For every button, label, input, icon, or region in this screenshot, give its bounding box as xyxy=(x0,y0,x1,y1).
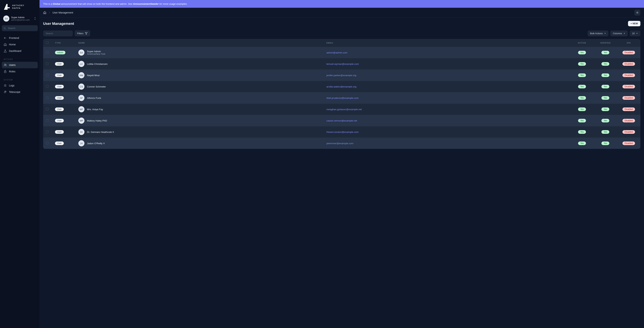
table-row[interactable]: UserNMNayeli Mrazjenifer.parker@example.… xyxy=(43,70,640,81)
sidebar-item-users[interactable]: Users xyxy=(2,62,38,68)
col-header-email[interactable]: EMAIL xyxy=(324,39,570,47)
logo-text: ANTHONY RAPPA xyxy=(12,4,24,10)
twofa-badge: Disabled xyxy=(622,85,635,88)
svg-line-16 xyxy=(636,13,637,14)
row-checkbox[interactable] xyxy=(46,119,48,122)
search-icon xyxy=(4,27,6,30)
sun-icon xyxy=(636,11,639,14)
row-name: Dr. Gennaro Heathcote II xyxy=(87,131,114,133)
home-icon[interactable] xyxy=(43,11,46,14)
active-badge: Yes xyxy=(578,85,586,88)
verified-badge: Yes xyxy=(602,85,609,88)
row-avatar: DI xyxy=(78,129,84,135)
row-name: Jadon O'Reilly V xyxy=(87,142,105,145)
svg-point-4 xyxy=(6,64,6,65)
sidebar-item-dashboard[interactable]: Dashboard xyxy=(2,48,38,54)
sidebar-item-label: Roles xyxy=(9,70,16,73)
user-email: admin@admin.com xyxy=(11,19,32,21)
row-checkbox[interactable] xyxy=(46,108,48,110)
table-row[interactable]: UserCSConner Schmelerarvilla.waters@exam… xyxy=(43,81,640,92)
logo-mark-icon xyxy=(3,3,10,11)
twofa-badge: Disabled xyxy=(622,73,635,77)
row-avatar: JV xyxy=(78,140,84,146)
sidebar-item-telescope[interactable]: Telescope xyxy=(2,89,38,95)
columns-button[interactable]: Columns▼ xyxy=(610,31,628,36)
breadcrumb: User Management xyxy=(43,11,73,14)
row-checkbox[interactable] xyxy=(46,142,48,144)
row-name: Mrs. Aniya Fay xyxy=(87,108,103,111)
row-checkbox[interactable] xyxy=(46,62,48,65)
twofa-badge: Disabled xyxy=(622,107,635,111)
verified-badge: Yes xyxy=(602,96,609,100)
filter-icon xyxy=(85,32,88,35)
table-row[interactable]: UserDIDr. Gennaro Heathcote IIfriesen.lo… xyxy=(43,126,640,138)
active-badge: Yes xyxy=(578,51,586,54)
sidebar-item-label: Users xyxy=(9,64,16,66)
row-avatar: CS xyxy=(78,84,84,90)
verified-badge: Yes xyxy=(602,51,609,54)
user-menu[interactable]: SA Super Admin admin@admin.com xyxy=(2,14,38,23)
col-header-active[interactable]: ACTIVE xyxy=(570,39,594,47)
row-checkbox[interactable] xyxy=(46,85,48,88)
type-badge: User xyxy=(55,107,64,111)
table-search-input[interactable] xyxy=(43,31,73,36)
row-email[interactable]: thiel.prudence@example.com xyxy=(326,97,359,99)
row-email[interactable]: lemuel.wyman@example.com xyxy=(326,63,359,65)
row-avatar: SA xyxy=(78,50,84,56)
col-header-verified[interactable]: VERIFIED xyxy=(594,39,617,47)
filters-button[interactable]: Filters xyxy=(74,30,90,36)
table-row[interactable]: UserLCLetitia Christiansenlemuel.wyman@e… xyxy=(43,58,640,70)
flask-icon xyxy=(4,49,7,53)
col-header-type[interactable]: TYPE xyxy=(52,39,76,47)
row-email[interactable]: friesen.london@example.com xyxy=(326,131,359,133)
active-badge: Yes xyxy=(578,62,586,66)
sidebar-item-label: Home xyxy=(9,43,16,46)
table-row[interactable]: AdminSASuper AdminAmerica/New Yorkadmin@… xyxy=(43,47,640,58)
row-email[interactable]: cassin.vernon@example.net xyxy=(326,119,357,122)
col-header-name[interactable]: NAME xyxy=(76,39,324,47)
logo[interactable]: ANTHONY RAPPA xyxy=(2,3,38,14)
page-title: User Management xyxy=(43,22,74,26)
twofa-badge: Disabled xyxy=(622,51,635,54)
sidebar-item-label: Telescope xyxy=(9,91,20,93)
chevron-down-icon: ▼ xyxy=(636,32,638,34)
topbar: User Management xyxy=(40,8,644,18)
table-row[interactable]: UserMPMallory Haley PhDcassin.vernon@exa… xyxy=(43,115,640,126)
row-name: Conner Schmeler xyxy=(87,85,106,88)
table-row[interactable]: UserJVJadon O'Reilly Vpkemmer@example.co… xyxy=(43,138,640,149)
sidebar-item-frontend[interactable]: Frontend xyxy=(2,35,38,41)
user-timezone: America/New York xyxy=(87,53,105,55)
table-row[interactable]: UserAFAlfonzo Funkthiel.prudence@example… xyxy=(43,92,640,104)
twofa-badge: Disabled xyxy=(622,96,635,100)
row-email[interactable]: arvilla.waters@example.org xyxy=(326,85,356,88)
sidebar-search-input[interactable] xyxy=(2,25,38,31)
select-all-checkbox[interactable] xyxy=(46,41,48,44)
sidebar-item-roles[interactable]: Roles xyxy=(2,68,38,75)
theme-toggle-button[interactable] xyxy=(634,10,640,16)
page-size-select[interactable]: 10▼ xyxy=(630,31,640,36)
col-header-2fa[interactable]: 2FA xyxy=(617,39,640,47)
type-badge: Admin xyxy=(55,51,66,54)
row-checkbox[interactable] xyxy=(46,51,48,54)
twofa-badge: Disabled xyxy=(622,141,635,145)
user-avatar: SA xyxy=(3,16,9,22)
row-checkbox[interactable] xyxy=(46,74,48,76)
active-badge: Yes xyxy=(578,141,586,145)
row-email[interactable]: pkemmer@example.com xyxy=(326,142,354,145)
row-email[interactable]: meaghan.gislason@example.net xyxy=(326,108,362,111)
row-avatar: MP xyxy=(78,118,84,124)
row-email[interactable]: admin@admin.com xyxy=(326,51,348,54)
row-checkbox[interactable] xyxy=(46,130,48,133)
new-button[interactable]: + NEW xyxy=(628,21,640,26)
row-checkbox[interactable] xyxy=(46,96,48,99)
sidebar-item-logs[interactable]: Logs xyxy=(2,82,38,89)
active-badge: Yes xyxy=(578,73,586,77)
sidebar-item-label: Dashboard xyxy=(9,50,22,52)
verified-badge: Yes xyxy=(602,73,609,77)
sidebar-item-home[interactable]: Home xyxy=(2,41,38,48)
active-badge: Yes xyxy=(578,119,586,122)
table-row[interactable]: UserMFMrs. Aniya Faymeaghan.gislason@exa… xyxy=(43,104,640,115)
bulk-actions-button[interactable]: Bulk Actions▼ xyxy=(588,31,608,36)
row-email[interactable]: jenifer.parker@example.org xyxy=(326,74,356,77)
sidebar-search[interactable] xyxy=(2,25,38,31)
